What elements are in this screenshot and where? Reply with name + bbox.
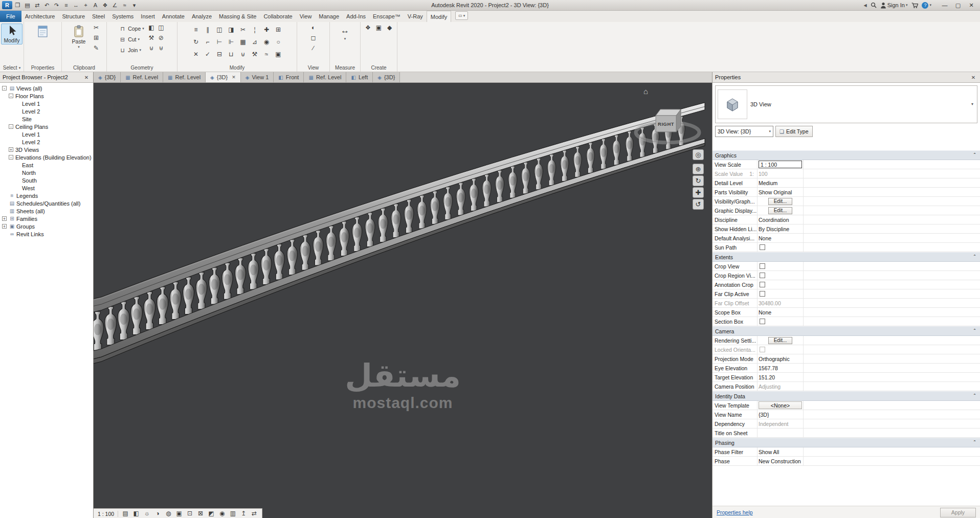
baluster[interactable] <box>248 253 259 289</box>
baluster[interactable] <box>144 291 155 329</box>
baluster-railing-model[interactable] <box>94 103 705 365</box>
tree-expander[interactable]: - <box>2 86 7 91</box>
shadows-icon[interactable]: ◑ <box>153 509 162 518</box>
property-value[interactable]: Edit... <box>758 336 804 345</box>
rewind-icon[interactable]: ↺ <box>693 199 704 210</box>
ribbon-display-toggle[interactable]: ▭▾ <box>455 11 468 20</box>
baluster[interactable] <box>352 217 362 251</box>
baluster[interactable] <box>94 311 104 350</box>
ribbon-tab-file[interactable]: File <box>0 11 21 22</box>
baluster[interactable] <box>508 166 517 198</box>
copy-icon[interactable]: ⊞ <box>92 34 101 42</box>
checkbox[interactable] <box>760 291 765 297</box>
close-button[interactable]: ✕ <box>965 1 978 10</box>
property-value[interactable]: 30480.00 <box>758 299 804 307</box>
handrail[interactable] <box>94 103 705 313</box>
ribbon-tab-modify[interactable]: Modify <box>427 11 451 22</box>
mirror-pick-axis-icon[interactable]: ◫ <box>215 26 224 34</box>
ribbon-tab-annotate[interactable]: Annotate <box>159 11 188 22</box>
thin-lines-icon[interactable]: ≈ <box>120 1 129 9</box>
measure-icon[interactable]: ↔ <box>72 1 80 9</box>
checkbox[interactable] <box>760 282 765 287</box>
print-icon[interactable]: ≡ <box>62 1 71 9</box>
view-tab-1[interactable]: ▦Ref. Level <box>121 72 163 82</box>
property-group-header[interactable]: Extentsˆ <box>712 252 980 262</box>
restore-button[interactable]: ▢ <box>951 1 965 10</box>
property-value[interactable]: Edit... <box>758 206 804 215</box>
property-value[interactable] <box>758 429 804 437</box>
baluster[interactable] <box>404 199 414 233</box>
view-tab-2[interactable]: ▦Ref. Level <box>163 72 206 82</box>
baluster[interactable] <box>222 263 233 300</box>
close-icon[interactable]: ✕ <box>82 75 91 80</box>
revit-logo[interactable]: R <box>2 1 12 9</box>
show-crop-icon[interactable]: ⊡ <box>185 509 194 518</box>
sun-path-icon[interactable]: ☼ <box>142 509 151 518</box>
tree-expander[interactable]: + <box>9 147 13 152</box>
measure-button[interactable]: ↔ ▾ <box>341 24 349 41</box>
baluster[interactable] <box>209 267 220 304</box>
property-value[interactable]: 1 : 100 <box>758 160 804 169</box>
baluster[interactable] <box>196 272 207 309</box>
join-ends-icon[interactable]: ⊍ <box>147 44 156 53</box>
base-plinth[interactable] <box>94 143 705 365</box>
property-value[interactable]: 100 <box>758 169 804 178</box>
type-selector[interactable]: 3D View ▾ <box>715 85 977 123</box>
render-icon[interactable]: ◍ <box>164 509 173 518</box>
split-face-icon[interactable]: ◫ <box>157 24 166 32</box>
redo-icon[interactable]: ↷ <box>52 1 61 9</box>
baluster[interactable] <box>287 239 298 275</box>
ribbon-tab-steel[interactable]: Steel <box>88 11 108 22</box>
property-value[interactable]: Coordination <box>758 215 804 224</box>
collapse-chevron-icon[interactable]: ˆ <box>974 254 977 260</box>
baluster[interactable] <box>626 131 633 161</box>
sync-icon[interactable]: ⇄ <box>33 1 41 9</box>
trim-extend-multiple-icon[interactable]: ⊩ <box>227 38 236 47</box>
view-panel-label[interactable]: View <box>297 64 329 72</box>
properties-panel-label[interactable]: Properties <box>24 64 61 72</box>
aligned-dimension-icon[interactable]: ⌖ <box>81 1 90 9</box>
displace-elements-icon[interactable]: ↥ <box>239 509 248 518</box>
search-icon[interactable] <box>871 2 877 8</box>
linework-icon[interactable]: ∕ <box>309 44 318 53</box>
demolish-icon[interactable]: ⚒ <box>147 34 156 42</box>
baluster[interactable] <box>105 306 117 345</box>
paste-button[interactable]: Paste ▾ <box>68 24 90 50</box>
view-tab-6[interactable]: ▦Ref. Level <box>304 72 346 82</box>
baluster[interactable] <box>300 235 310 270</box>
ribbon-tab-view[interactable]: View <box>296 11 316 22</box>
rotate-icon[interactable]: ↻ <box>191 38 201 47</box>
ribbon-tab-insert[interactable]: Insert <box>137 11 159 22</box>
property-value[interactable]: 151.20 <box>758 373 804 381</box>
baluster[interactable] <box>326 226 336 261</box>
undo-icon[interactable]: ↶ <box>42 1 51 9</box>
browser-item[interactable]: Level 2 <box>0 138 93 146</box>
customize-qat-icon[interactable]: ▾ <box>130 1 139 9</box>
help-button[interactable]: ? ▾ <box>922 2 931 9</box>
property-value[interactable] <box>758 271 804 280</box>
baluster[interactable] <box>587 143 595 173</box>
mirror-draw-axis-icon[interactable]: ◨ <box>227 26 236 34</box>
property-value[interactable]: Adjusting <box>758 382 804 391</box>
property-value[interactable] <box>758 280 804 289</box>
baluster[interactable] <box>365 213 375 247</box>
select-panel-label[interactable]: Select▾ <box>0 64 24 72</box>
ribbon-tab-massing-site[interactable]: Massing & Site <box>215 11 260 22</box>
edit-type-button[interactable]: ❏ Edit Type <box>775 126 813 137</box>
browser-item[interactable]: East <box>0 161 93 169</box>
property-value[interactable]: Edit... <box>758 197 804 206</box>
browser-item[interactable]: ≡Legends <box>0 192 93 199</box>
browser-item[interactable]: Level 2 <box>0 107 93 115</box>
property-value[interactable]: {3D} <box>758 410 804 419</box>
browser-item[interactable]: -Floor Plans <box>0 92 93 100</box>
trim-extend-corner-icon[interactable]: ⌐ <box>203 38 212 47</box>
browser-item[interactable]: +▣Groups <box>0 222 93 230</box>
orbit-icon[interactable]: ↻ <box>693 175 704 186</box>
browser-item[interactable]: +3D Views <box>0 146 93 153</box>
property-group-header[interactable]: Cameraˆ <box>712 326 980 336</box>
pan-icon[interactable]: ✚ <box>693 187 704 198</box>
browser-item[interactable]: ▤Schedules/Quantities (all) <box>0 199 93 207</box>
ribbon-tab-v-ray[interactable]: V-Ray <box>404 11 427 22</box>
baluster[interactable] <box>561 150 569 182</box>
property-value[interactable] <box>758 317 804 326</box>
